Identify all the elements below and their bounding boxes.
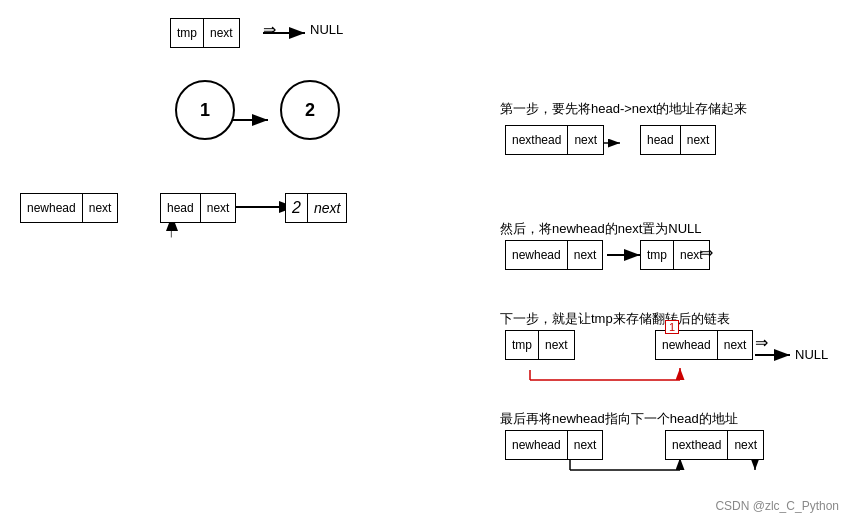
step3-badge: 1 [665, 320, 679, 334]
nexthead-box: nexthead next [505, 125, 604, 155]
step2-arrow: ⇒ [700, 243, 713, 262]
svg-text:NULL: NULL [795, 347, 828, 362]
newhead-left-next: next [82, 194, 118, 222]
step2-tmp-label: tmp [641, 241, 673, 269]
step3-arrow: ⇒ [755, 333, 768, 352]
step3-text: 下一步，就是让tmp来存储翻转后的链表 [500, 310, 730, 328]
step4-nexthead-label: nexthead [666, 431, 727, 459]
tmp-top-label: tmp [171, 19, 203, 47]
tmp-top-box: tmp next [170, 18, 240, 48]
tmp-top-next: next [203, 19, 239, 47]
step1-head-label: head [641, 126, 680, 154]
head-mid-label: head [161, 194, 200, 222]
step1-text: 第一步，要先将head->next的地址存储起来 [500, 100, 747, 118]
step4-newhead-label: newhead [506, 431, 567, 459]
step2-text: 然后，将newhead的next置为NULL [500, 220, 702, 238]
step2-newhead-next: next [567, 241, 603, 269]
node2-box: 2 next [285, 193, 347, 223]
step3-newhead-label: newhead [656, 331, 717, 359]
step1-head-next: next [680, 126, 716, 154]
null-top-label: NULL [310, 22, 343, 37]
step4-nexthead-box: nexthead next [665, 430, 764, 460]
newhead-left-label: newhead [21, 194, 82, 222]
nexthead-next: next [567, 126, 603, 154]
newhead-left-box: newhead next [20, 193, 118, 223]
circle-2: 2 [280, 80, 340, 140]
step4-newhead-next: next [567, 431, 603, 459]
head-mid-next: next [200, 194, 236, 222]
node2-next: next [307, 194, 346, 222]
step4-newhead-box: newhead next [505, 430, 603, 460]
node2-value: 2 [286, 194, 307, 222]
nexthead-label: nexthead [506, 126, 567, 154]
tmp-arrow-symbol: ⇒ [263, 20, 276, 39]
step3-newhead-next: next [717, 331, 753, 359]
step3-tmp-box: tmp next [505, 330, 575, 360]
step2-newhead-box: newhead next [505, 240, 603, 270]
watermark: CSDN @zlc_C_Python [715, 499, 839, 513]
circle-1: 1 [175, 80, 235, 140]
step4-text: 最后再将newhead指向下一个head的地址 [500, 410, 738, 428]
step3-newhead-box: newhead next [655, 330, 753, 360]
step4-nexthead-next: next [727, 431, 763, 459]
step3-tmp-next: next [538, 331, 574, 359]
step1-head-box: head next [640, 125, 716, 155]
step2-newhead-label: newhead [506, 241, 567, 269]
step3-tmp-label: tmp [506, 331, 538, 359]
head-mid-box: head next [160, 193, 236, 223]
up-arrow-indicator: ↑ [167, 223, 175, 241]
